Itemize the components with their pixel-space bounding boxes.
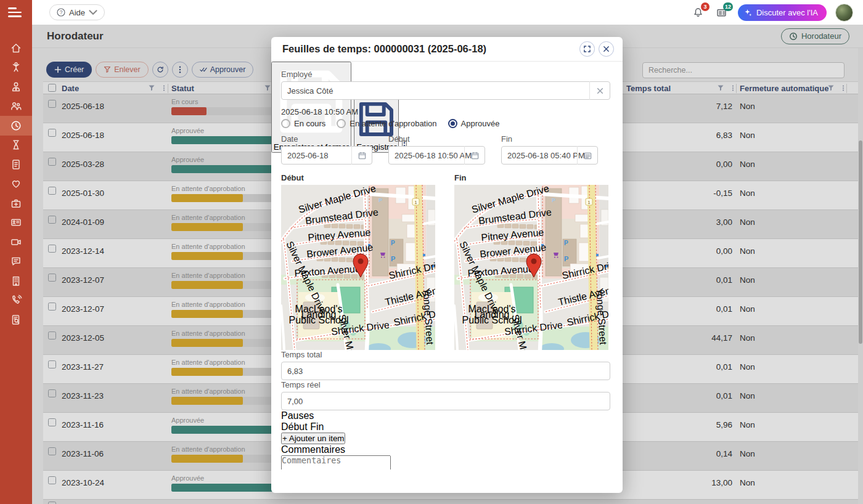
- total-time-input: [281, 362, 610, 380]
- map-fin[interactable]: 1 P P P Silver Maple Drive Brumstead Dri…: [454, 185, 608, 350]
- add-item-button[interactable]: + Ajouter un item: [281, 433, 345, 444]
- svg-text:Public School: Public School: [289, 315, 349, 325]
- map-canvas: 1 P P P Silver Maple Drive Brumstead Dri…: [281, 185, 435, 350]
- status-radio-group: En cours En attente d'approbation Approu…: [281, 119, 610, 128]
- heart-icon: [10, 177, 22, 190]
- clock-icon: [10, 120, 22, 132]
- svg-text:P: P: [391, 255, 395, 262]
- phone-icon: [10, 294, 22, 306]
- sidebar-item-employee[interactable]: [0, 77, 32, 97]
- topbar: ? Aide 3 12 Discuter avec l'IA: [32, 0, 863, 25]
- sidebar-item-hourglass[interactable]: [0, 136, 32, 155]
- calendar-icon: [358, 152, 366, 160]
- real-time-input[interactable]: [281, 392, 610, 410]
- celebration-icon: [10, 61, 22, 73]
- clear-icon: [596, 87, 604, 95]
- pauses-col-start: Début: [281, 421, 308, 432]
- inbox-badge: 12: [723, 2, 733, 11]
- sidebar-item-team[interactable]: [0, 97, 32, 116]
- chat-ai-label: Discuter avec l'IA: [756, 8, 818, 17]
- sparkle-icon: [744, 9, 752, 17]
- notifications-button[interactable]: 3: [691, 5, 706, 20]
- medical-kit-icon: [10, 197, 22, 209]
- notification-badge: 3: [701, 2, 710, 11]
- sidebar-item-idcard[interactable]: [0, 213, 32, 233]
- radio-en-cours[interactable]: En cours: [281, 119, 325, 128]
- date-picker-button[interactable]: [351, 146, 372, 165]
- sidebar-item-heart[interactable]: [0, 174, 32, 194]
- svg-text:P: P: [564, 240, 568, 246]
- expand-button[interactable]: [579, 41, 595, 57]
- datetime-icon: [584, 152, 592, 160]
- comments-textarea[interactable]: [281, 455, 391, 469]
- menu-toggle-icon[interactable]: [0, 0, 32, 25]
- radio-en-attente[interactable]: En attente d'approbation: [337, 119, 436, 128]
- radio-label: En attente d'approbation: [350, 119, 436, 128]
- start-picker-button[interactable]: [464, 146, 485, 165]
- sidebar-item-video[interactable]: [0, 232, 32, 252]
- radio-label: Approuvée: [461, 119, 500, 128]
- report-icon: [10, 158, 22, 171]
- pauses-table-header: Début Fin: [281, 421, 610, 433]
- chat-icon: [10, 255, 22, 267]
- chat-ai-button[interactable]: Discuter avec l'IA: [738, 4, 827, 21]
- pauses-label: Pauses: [281, 410, 610, 421]
- svg-text:Public School: Public School: [462, 315, 522, 325]
- sidebar-item-messages[interactable]: [0, 252, 32, 272]
- modal-title: Feuilles de temps: 000000031 (2025-06-18…: [282, 43, 486, 55]
- chevron-down-icon: [89, 8, 97, 17]
- pauses-col-end: Fin: [310, 421, 324, 432]
- radio-dot: [281, 119, 290, 128]
- user-avatar[interactable]: [835, 4, 853, 22]
- date-label: Date: [281, 134, 372, 144]
- svg-text:P: P: [564, 255, 568, 262]
- svg-text:P: P: [378, 197, 382, 203]
- sidebar-item-company[interactable]: [0, 271, 32, 291]
- sidebar-item-celebration[interactable]: [0, 58, 32, 78]
- svg-text:P: P: [552, 197, 555, 203]
- total-time-label: Temps total: [281, 350, 610, 359]
- end-picker-button[interactable]: [577, 146, 598, 165]
- map-debut[interactable]: 1 P P P Silver Maple Drive Brumstead Dri…: [281, 185, 435, 350]
- sidebar-item-audit[interactable]: [0, 310, 32, 330]
- employee-icon: [10, 81, 22, 93]
- sidebar-item-home[interactable]: [0, 38, 32, 58]
- radio-dot: [337, 119, 346, 128]
- id-card-icon: [10, 216, 22, 229]
- map-end-label: Fin: [454, 173, 608, 182]
- inbox-button[interactable]: 12: [714, 5, 729, 20]
- sidebar-item-phone[interactable]: [0, 291, 32, 311]
- employee-input[interactable]: [281, 81, 610, 100]
- video-icon: [10, 236, 22, 248]
- team-icon: [10, 100, 22, 112]
- calendar-icon: [471, 152, 479, 160]
- map-start-label: Début: [281, 173, 435, 182]
- audit-document-icon: [10, 314, 22, 326]
- sidebar-item-medical[interactable]: [0, 193, 32, 213]
- svg-text:1: 1: [414, 200, 417, 205]
- svg-text:1: 1: [587, 200, 591, 205]
- employee-label: Employé: [281, 70, 610, 79]
- help-label: Aide: [69, 8, 85, 17]
- sidebar-item-report[interactable]: [0, 155, 32, 174]
- close-button[interactable]: [599, 41, 614, 57]
- start-label: Début: [388, 134, 485, 144]
- question-icon: ?: [57, 8, 65, 17]
- svg-text:P: P: [391, 240, 395, 246]
- clear-employee-button[interactable]: [589, 81, 610, 100]
- building-icon: [10, 275, 22, 287]
- close-icon: [603, 46, 610, 52]
- help-button[interactable]: ? Aide: [49, 4, 105, 20]
- radio-approuvee[interactable]: Approuvée: [448, 119, 500, 128]
- expand-icon: [584, 46, 591, 52]
- sidebar-item-timeclock[interactable]: [0, 116, 32, 136]
- map-canvas: 1 P P P Silver Maple Drive Brumstead Dri…: [454, 185, 608, 350]
- svg-text:?: ?: [60, 9, 63, 15]
- home-icon: [10, 42, 22, 54]
- hourglass-icon: [10, 139, 22, 151]
- radio-label: En cours: [294, 119, 325, 128]
- status-timestamp: 2025-06-18 10:50 AM: [281, 107, 610, 116]
- modal-body: Employé 2025-06-18 10:50 AM En cours En …: [271, 62, 623, 469]
- sidebar: [0, 0, 32, 504]
- real-time-label: Temps réel: [281, 380, 610, 389]
